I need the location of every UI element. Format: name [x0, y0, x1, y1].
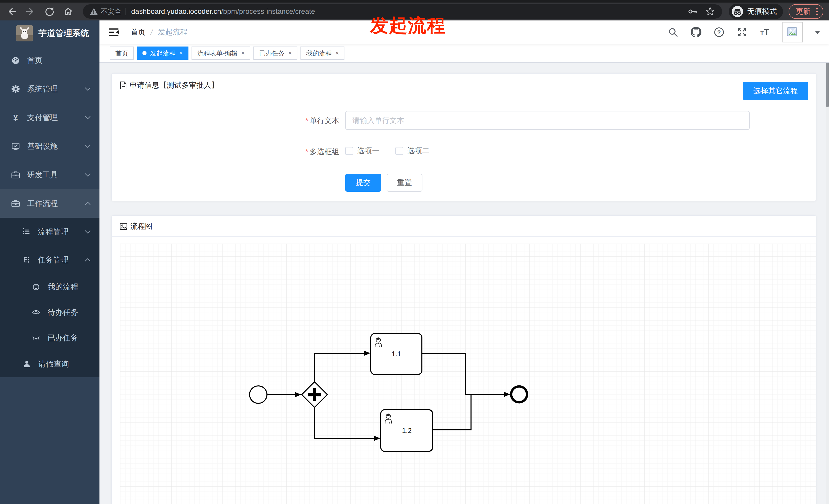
browser-menu-icon[interactable]	[816, 8, 818, 15]
sidebar-item-done-tasks[interactable]: 已办任务	[0, 325, 100, 351]
sidebar-item-label: 支付管理	[27, 112, 58, 123]
eye-closed-icon	[31, 333, 41, 343]
github-icon[interactable]	[690, 27, 702, 38]
annotation-title: 发起流程	[370, 13, 446, 38]
security-label[interactable]: 不安全	[101, 7, 121, 16]
sidebar-item-label: 基础设施	[27, 141, 58, 152]
diagram-title-row: 流程图	[119, 221, 152, 232]
tags-view-bar: 首页 发起流程 × 流程表单-编辑 × 已办任务 × 我的流程 ×	[100, 44, 829, 63]
checkbox-option-1[interactable]	[345, 147, 353, 155]
breadcrumb-home[interactable]: 首页	[131, 27, 145, 37]
avatar-dropdown-caret[interactable]	[815, 31, 820, 34]
help-icon[interactable]: ?	[713, 27, 725, 38]
page-scrollbar[interactable]	[826, 21, 829, 504]
process-diagram-canvas[interactable]: 1.1 1.2	[120, 243, 816, 504]
chevron-down-icon	[85, 116, 91, 119]
svg-text:T: T	[764, 28, 769, 37]
browser-tab-strip	[0, 0, 829, 3]
sidebar-item-process-management[interactable]: 流程管理	[0, 218, 100, 246]
update-label[interactable]: 更新	[796, 6, 810, 16]
required-asterisk: *	[305, 117, 308, 125]
chevron-down-icon	[85, 173, 91, 177]
avatar[interactable]	[783, 22, 803, 42]
bpmn-canvas-wrap: 1.1 1.2	[120, 243, 816, 504]
required-asterisk: *	[305, 148, 308, 156]
sidebar-item-label: 系统管理	[27, 84, 58, 94]
sidebar-item-workflow[interactable]: 工作流程	[0, 189, 100, 218]
process-diagram-card: 流程图	[111, 215, 817, 504]
sidebar-item-payment[interactable]: ¥ 支付管理	[0, 103, 100, 132]
sidebar-item-infrastructure[interactable]: 基础设施	[0, 132, 100, 160]
breadcrumb-current: 发起流程	[158, 27, 187, 37]
start-event-node[interactable]	[250, 386, 267, 403]
svg-text:¥: ¥	[13, 113, 18, 122]
document-icon	[119, 81, 127, 89]
sidebar-item-leave-query[interactable]: 请假查询	[0, 351, 100, 377]
task-label: 1.2	[402, 427, 412, 434]
browser-forward-icon[interactable]	[25, 6, 36, 17]
close-icon[interactable]: ×	[288, 49, 292, 57]
bookmark-star-icon[interactable]	[705, 6, 716, 17]
tab-label: 首页	[115, 49, 128, 57]
end-event-node[interactable]	[511, 386, 527, 402]
sidebar: 芋道管理系统 首页 系统管理 ¥ 支付管理 基础设施	[0, 21, 100, 504]
checkbox-field-label: *多选框组	[112, 147, 339, 157]
close-icon[interactable]: ×	[335, 49, 339, 57]
eye-icon	[31, 307, 41, 317]
briefcase-icon	[11, 199, 21, 208]
url-text[interactable]: dashboard.yudao.iocoder.cn/bpm/process-i…	[131, 7, 315, 15]
tab-done-tasks[interactable]: 已办任务 ×	[253, 46, 297, 60]
checkbox-option-1-label[interactable]: 选项一	[357, 146, 380, 156]
apply-info-title: 申请信息【测试多审批人】	[130, 80, 219, 90]
chevron-up-icon	[85, 258, 91, 262]
apply-info-title-row: 申请信息【测试多审批人】	[119, 80, 219, 90]
user-task-1-2[interactable]: 1.2	[381, 410, 433, 451]
single-line-text-input[interactable]	[345, 111, 750, 130]
reset-button[interactable]: 重置	[387, 174, 423, 192]
fullscreen-icon[interactable]	[736, 27, 748, 38]
active-tab-dot	[142, 51, 146, 55]
tab-my-process[interactable]: 我的流程 ×	[300, 46, 345, 60]
browser-home-icon[interactable]	[62, 6, 74, 17]
svg-text:T: T	[760, 30, 764, 36]
apply-info-card: 申请信息【测试多审批人】 选择其它流程 *单行文本 *多选框组 选项一 选项二 …	[111, 73, 817, 201]
text-field-label: *单行文本	[112, 116, 339, 126]
app-logo-row[interactable]: 芋道管理系统	[0, 21, 100, 46]
sidebar-collapse-icon[interactable]	[108, 27, 119, 38]
sidebar-item-label: 工作流程	[27, 198, 58, 209]
choose-other-process-button[interactable]: 选择其它流程	[743, 82, 808, 100]
sidebar-item-system[interactable]: 系统管理	[0, 75, 100, 103]
close-icon[interactable]: ×	[241, 49, 245, 57]
sidebar-item-my-process[interactable]: 我的流程	[0, 274, 100, 300]
sidebar-item-dev-tools[interactable]: 研发工具	[0, 160, 100, 189]
tab-start-process[interactable]: 发起流程 ×	[137, 46, 188, 60]
user-task-1-1[interactable]: 1.1	[371, 334, 422, 375]
browser-reload-icon[interactable]	[43, 6, 55, 17]
sidebar-item-label: 流程管理	[38, 227, 69, 237]
tab-label: 流程表单-编辑	[197, 49, 238, 57]
person-icon	[22, 359, 32, 369]
checkbox-option-2[interactable]	[395, 147, 403, 155]
workflow-submenu: 流程管理 任务管理 我的流程 待办任务	[0, 218, 100, 377]
incognito-badge: 无痕模式	[729, 4, 783, 19]
browser-update-button[interactable]: 更新	[789, 4, 823, 19]
sidebar-item-task-management[interactable]: 任务管理	[0, 246, 100, 274]
tab-process-form-edit[interactable]: 流程表单-编辑 ×	[191, 46, 250, 60]
submit-button[interactable]: 提交	[345, 174, 381, 192]
password-key-icon[interactable]	[687, 6, 698, 17]
tab-home[interactable]: 首页	[110, 46, 134, 60]
browser-back-icon[interactable]	[6, 6, 17, 17]
sidebar-item-home[interactable]: 首页	[0, 46, 100, 75]
checkbox-option-2-label[interactable]: 选项二	[407, 146, 430, 156]
monitor-check-icon	[11, 141, 21, 151]
close-icon[interactable]: ×	[179, 49, 183, 57]
sidebar-item-todo-tasks[interactable]: 待办任务	[0, 300, 100, 325]
app-title: 芋道管理系统	[38, 28, 89, 39]
app-header: 首页 / 发起流程 ? TT	[100, 21, 829, 44]
security-warning-icon[interactable]	[89, 7, 98, 16]
incognito-label: 无痕模式	[747, 6, 777, 16]
search-icon[interactable]	[668, 27, 679, 38]
sidebar-item-label: 已办任务	[47, 333, 78, 343]
yen-icon: ¥	[11, 113, 21, 122]
font-size-icon[interactable]: TT	[759, 27, 771, 38]
